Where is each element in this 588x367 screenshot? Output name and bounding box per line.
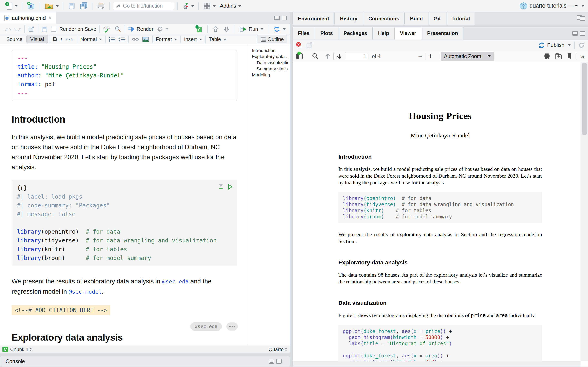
outline-item-eda[interactable]: Exploratory data …: [252, 54, 288, 60]
insert-chunk-button[interactable]: C: [194, 24, 204, 34]
code-button[interactable]: </>: [64, 36, 75, 43]
doc-type-selector[interactable]: Quarto: [269, 347, 287, 352]
save-all-button[interactable]: [78, 1, 89, 11]
tab-connections[interactable]: Connections: [363, 12, 405, 25]
italic-button[interactable]: I: [59, 35, 64, 43]
print-button[interactable]: [95, 1, 106, 11]
insert-image-button[interactable]: [140, 36, 151, 43]
tab-files[interactable]: Files: [293, 27, 315, 40]
tab-tutorial[interactable]: Tutorial: [446, 12, 476, 25]
render-on-save-checkbox[interactable]: Render on Save: [49, 25, 98, 33]
maximize-pane-icon[interactable]: [282, 16, 287, 20]
popout-window-button[interactable]: [26, 25, 36, 33]
outline-item-introduction[interactable]: Introduction: [252, 48, 288, 54]
tab-authoring-qmd[interactable]: authoring.qmd ×: [0, 12, 56, 24]
tab-packages[interactable]: Packages: [338, 27, 373, 40]
forward-button[interactable]: ⤻: [13, 25, 23, 34]
render-button[interactable]: Render: [126, 25, 155, 33]
spellcheck-button[interactable]: ABC: [101, 25, 113, 34]
addins-button[interactable]: Addins: [219, 2, 242, 10]
run-chunks-above-icon[interactable]: [218, 184, 224, 190]
outline-item-summary-statistics[interactable]: Summary statis…: [252, 66, 288, 72]
paragraph-style-select[interactable]: Normal: [79, 35, 104, 43]
maximize-console-icon[interactable]: [276, 359, 282, 364]
panes-grid-icon: [203, 2, 211, 10]
console-pane-header[interactable]: Console: [0, 356, 290, 367]
pdf-prev-page-icon[interactable]: [325, 53, 330, 60]
visual-mode-toggle[interactable]: Visual: [26, 35, 48, 43]
tab-viewer[interactable]: Viewer: [395, 27, 422, 40]
tab-close-icon[interactable]: ×: [49, 15, 52, 21]
minimize-pane-icon[interactable]: [274, 16, 279, 20]
save-doc-button[interactable]: [40, 25, 49, 33]
goto-file-search[interactable]: [113, 2, 174, 10]
pdf-more-tools-button[interactable]: »: [581, 53, 585, 60]
open-file-button[interactable]: [43, 1, 60, 11]
pdf-zoom-select[interactable]: Automatic Zoom: [441, 52, 494, 61]
tab-build[interactable]: Build: [405, 12, 428, 25]
chunk-position-selector[interactable]: Chunk 1: [10, 347, 32, 352]
outline-toggle-button[interactable]: Outline: [257, 35, 287, 43]
pdf-next-page-icon[interactable]: [337, 53, 342, 60]
source-mode-toggle[interactable]: Source: [2, 35, 26, 43]
go-next-section-button[interactable]: [222, 25, 231, 33]
run-button[interactable]: Run: [238, 25, 265, 33]
panes-layout-button[interactable]: [202, 1, 217, 11]
git-menu-button[interactable]: G: [181, 1, 195, 11]
popout-viewer-icon[interactable]: [306, 42, 313, 49]
pdf-bookmark-icon[interactable]: [567, 53, 572, 60]
goto-file-input[interactable]: [113, 2, 174, 10]
publish-button[interactable]: Publish: [538, 42, 571, 49]
refresh-viewer-icon[interactable]: [578, 42, 585, 49]
citation-comment[interactable]: <!--# ADD CITATION HERE -->: [12, 305, 110, 315]
visual-editor-content[interactable]: --- title: "Housing Prices" author: "Min…: [0, 44, 247, 346]
table-menu[interactable]: Table: [207, 35, 228, 43]
pdf-zoom-in-button[interactable]: +: [428, 52, 433, 60]
run-icon: [240, 26, 247, 32]
clear-viewer-icon[interactable]: [296, 42, 303, 49]
minimize-console-icon[interactable]: [269, 359, 274, 364]
pdf-vertical-scrollbar[interactable]: [581, 62, 588, 361]
checkbox-icon[interactable]: [51, 26, 56, 32]
section-options-button[interactable]: [226, 322, 238, 331]
yaml-metadata-block[interactable]: --- title: "Housing Prices" author: "Min…: [12, 50, 237, 101]
insert-link-button[interactable]: [130, 36, 140, 43]
new-file-button[interactable]: [4, 1, 19, 11]
new-project-button[interactable]: R: [26, 1, 36, 11]
pdf-zoom-out-button[interactable]: −: [418, 52, 423, 60]
tab-presentation[interactable]: Presentation: [422, 27, 463, 40]
render-settings-button[interactable]: [155, 25, 170, 33]
maximize-pane-icon[interactable]: [580, 16, 585, 21]
pdf-horizontal-scrollbar[interactable]: [293, 361, 581, 367]
insert-menu[interactable]: Insert: [182, 35, 204, 43]
scrollbar-thumb[interactable]: [582, 63, 587, 135]
tab-environment[interactable]: Environment: [293, 12, 335, 25]
tab-history[interactable]: History: [335, 12, 363, 25]
source-button[interactable]: [272, 25, 287, 33]
pdf-search-icon[interactable]: [312, 53, 319, 60]
save-button[interactable]: [67, 1, 77, 10]
pdf-page-input[interactable]: [345, 52, 369, 60]
find-replace-button[interactable]: [113, 25, 123, 33]
pdf-viewer-area[interactable]: Housing Prices Mine Çetinkaya-Rundel Int…: [293, 62, 588, 367]
editor-tabbar: authoring.qmd ×: [0, 12, 290, 24]
tab-plots[interactable]: Plots: [315, 27, 338, 40]
go-prev-section-button[interactable]: [211, 25, 220, 33]
pdf-download-icon[interactable]: [555, 53, 562, 60]
minimize-pane-icon[interactable]: [572, 31, 578, 36]
tab-help[interactable]: Help: [373, 27, 394, 40]
numbered-list-button[interactable]: 12: [117, 36, 127, 43]
r-code-chunk[interactable]: {r} #| label: load-pkgs #| code-summary:…: [12, 180, 237, 266]
format-menu[interactable]: Format: [154, 35, 179, 43]
bold-button[interactable]: B: [52, 35, 59, 43]
tab-git[interactable]: Git: [428, 12, 446, 25]
outline-item-data-visualization[interactable]: Data visualization: [252, 60, 288, 66]
pdf-print-icon[interactable]: [544, 53, 550, 60]
run-chunk-icon[interactable]: [228, 184, 233, 190]
maximize-pane-icon[interactable]: [580, 31, 585, 36]
pdf-sidebar-toggle[interactable]: [296, 53, 303, 60]
project-menu-button[interactable]: quarto-tutorials — ~: [530, 3, 578, 9]
outline-item-modeling[interactable]: Modeling: [252, 72, 288, 78]
back-button[interactable]: ⤺: [2, 25, 13, 34]
bullet-list-button[interactable]: [107, 36, 117, 43]
